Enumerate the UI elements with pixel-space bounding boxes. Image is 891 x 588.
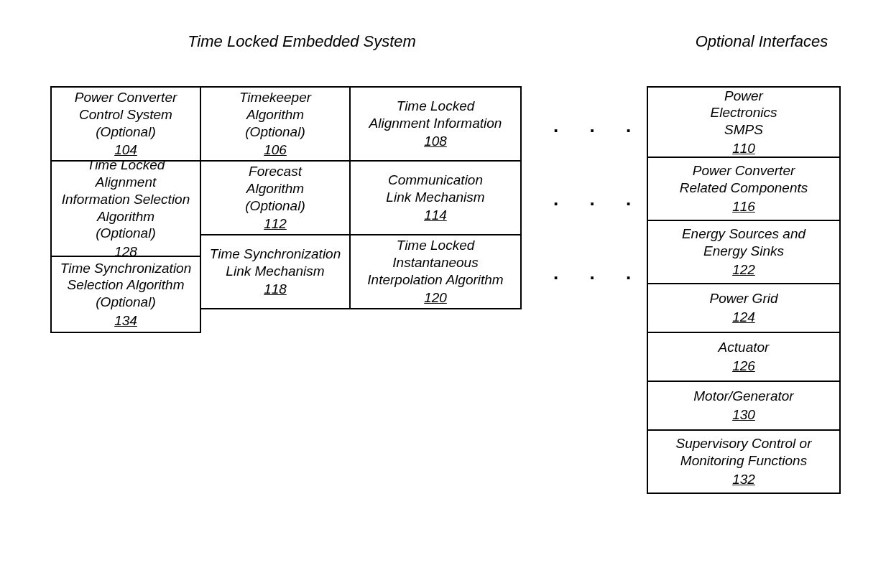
dots-2: . . . (553, 188, 644, 210)
box-134: Time SynchronizationSelection Algorithm(… (50, 256, 201, 333)
heading-right: Optional Interfaces (668, 32, 855, 51)
dots-3: . . . (553, 262, 644, 284)
box-124: Power Grid124 (647, 283, 841, 333)
box-130: Motor/Generator130 (647, 381, 841, 431)
box-label: Power ConverterRelated Components (680, 162, 808, 197)
dots-1: . . . (553, 115, 644, 137)
box-ref: 116 (732, 198, 755, 215)
box-120: Time LockedInstantaneousInterpolation Al… (349, 234, 522, 309)
box-ref: 114 (424, 207, 447, 224)
box-ref: 106 (264, 141, 287, 159)
box-106: TimekeeperAlgorithm(Optional)106 (200, 86, 351, 162)
box-118: Time SynchronizationLink Mechanism118 (200, 234, 351, 309)
box-label: TimekeeperAlgorithm(Optional) (239, 89, 311, 140)
box-110: PowerElectronicsSMPS110 (647, 86, 841, 158)
box-label: Supervisory Control orMonitoring Functio… (675, 435, 811, 470)
box-ref: 126 (732, 358, 755, 375)
box-label: Power ConverterControl System(Optional) (75, 89, 177, 140)
box-ref: 112 (264, 215, 287, 233)
box-ref: 130 (732, 406, 755, 424)
box-ref: 134 (114, 312, 137, 330)
box-114: CommunicationLink Mechanism114 (349, 160, 522, 235)
box-ref: 124 (732, 309, 755, 326)
box-label: Energy Sources andEnergy Sinks (682, 225, 805, 260)
box-label: Time Locked AlignmentInformation Selecti… (56, 157, 195, 242)
box-ref: 120 (424, 289, 447, 307)
box-126: Actuator126 (647, 332, 841, 382)
box-116: Power ConverterRelated Components116 (647, 157, 841, 221)
box-ref: 108 (424, 133, 447, 150)
box-ref: 122 (732, 261, 755, 279)
box-108: Time LockedAlignment Information108 (349, 86, 522, 162)
box-122: Energy Sources andEnergy Sinks122 (647, 220, 841, 284)
box-label: Motor/Generator (693, 388, 793, 405)
box-112: ForecastAlgorithm(Optional)112 (200, 160, 351, 235)
box-label: ForecastAlgorithm(Optional) (245, 163, 305, 214)
box-label: Actuator (719, 339, 770, 356)
box-128: Time Locked AlignmentInformation Selecti… (50, 160, 201, 257)
box-label: CommunicationLink Mechanism (386, 172, 484, 206)
box-label: Time LockedAlignment Information (369, 98, 502, 132)
box-ref: 132 (732, 471, 755, 488)
box-104: Power ConverterControl System(Optional)1… (50, 86, 201, 162)
box-label: Time SynchronizationLink Mechanism (210, 246, 341, 280)
box-132: Supervisory Control orMonitoring Functio… (647, 429, 841, 494)
box-ref: 118 (264, 281, 287, 298)
box-ref: 110 (732, 140, 755, 157)
heading-left: Time Locked Embedded System (129, 32, 474, 51)
box-label: Time SynchronizationSelection Algorithm(… (60, 260, 192, 311)
box-label: PowerElectronicsSMPS (711, 88, 777, 139)
box-label: Power Grid (709, 290, 777, 307)
box-label: Time LockedInstantaneousInterpolation Al… (367, 237, 503, 288)
